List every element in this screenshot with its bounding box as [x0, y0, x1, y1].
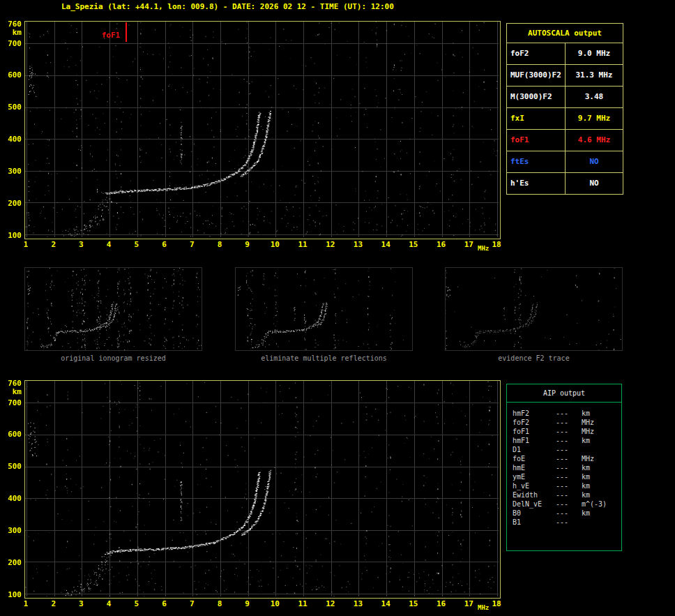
x-axis-tick: 10: [266, 599, 283, 608]
list-item: hmF1---km: [513, 436, 621, 445]
param-label: foF2: [507, 43, 566, 64]
x-axis-tick: 17: [460, 240, 477, 249]
ionogram-canvas-top: [25, 22, 499, 237]
aip-param-unit: [582, 445, 621, 454]
aip-param-name: h_vE: [513, 481, 556, 490]
x-axis-tick: 13: [349, 240, 366, 249]
aip-param-value: ---: [556, 409, 582, 418]
y-axis-tick: 400: [3, 494, 22, 503]
y-axis-unit: km: [3, 387, 22, 396]
x-axis-tick: 5: [128, 240, 145, 249]
aip-param-name: foF1: [513, 427, 556, 436]
y-axis-tick: 600: [3, 430, 22, 439]
list-item: B1---: [513, 518, 621, 527]
aip-param-value: ---: [556, 481, 582, 490]
x-axis-tick: 6: [156, 599, 173, 608]
aip-param-name: foF2: [513, 418, 556, 427]
aip-param-value: ---: [556, 499, 582, 509]
aip-output-panel: AIP output hmF2---km foF2---MHz foF1---M…: [506, 384, 622, 551]
x-axis-tick: 4: [100, 599, 117, 608]
param-label: h'Es: [507, 173, 566, 194]
list-item: h_vE---km: [513, 481, 621, 490]
thumbnail-original-ionogram: [24, 267, 202, 351]
x-axis-unit: MHz: [478, 604, 500, 611]
aip-param-name: D1: [513, 445, 556, 454]
aip-param-name: B1: [513, 518, 556, 527]
thumbnail-caption: evidence F2 trace: [445, 354, 623, 362]
x-axis-tick: 17: [460, 599, 477, 608]
y-axis-tick: 100: [3, 590, 22, 599]
aip-param-value: ---: [556, 445, 582, 454]
y-axis-tick: 200: [3, 199, 22, 208]
aip-param-name: Ewidth: [513, 490, 556, 499]
autoscala-output-table: AUTOSCALA output foF2 9.0 MHz MUF(3000)F…: [506, 23, 623, 195]
param-value: NO: [566, 173, 623, 194]
aip-panel-header: AIP output: [507, 384, 621, 403]
y-axis-tick: 700: [3, 39, 22, 48]
aip-param-name: foE: [513, 454, 556, 463]
x-axis-tick: 3: [73, 599, 89, 608]
table-row: fxI 9.7 MHz: [507, 108, 623, 130]
thumbnail-f2-trace: [445, 267, 623, 351]
aip-param-unit: MHz: [582, 427, 621, 436]
param-value: 3.48: [566, 87, 623, 107]
x-axis-tick: 9: [239, 240, 256, 249]
x-axis-tick: 15: [405, 240, 422, 249]
y-axis-tick: 300: [3, 526, 22, 535]
x-axis-tick: 10: [266, 240, 283, 249]
station-header: La_Spezia (lat: +44.1, lon: 009.8) - DAT…: [61, 2, 394, 11]
thumbnail-multiple-reflections: [235, 267, 413, 351]
list-item: D1---: [513, 445, 621, 454]
x-axis-tick: 14: [377, 240, 394, 249]
list-item: foF1---MHz: [513, 427, 621, 436]
aip-param-value: ---: [556, 427, 582, 436]
x-axis-tick: 7: [183, 240, 200, 249]
x-axis-tick: 7: [183, 599, 200, 608]
x-axis-tick: 8: [211, 599, 228, 608]
x-axis-tick: 4: [100, 240, 117, 249]
x-axis-tick: 11: [294, 240, 311, 249]
x-axis-unit: MHz: [478, 245, 500, 252]
y-axis-tick: 400: [3, 135, 22, 144]
aip-param-unit: m^(-3): [582, 499, 621, 509]
x-axis-tick: 5: [128, 599, 145, 608]
param-value: 4.6 MHz: [566, 130, 623, 151]
autoscala-table-header: AUTOSCALA output: [507, 24, 623, 43]
list-item: Ewidth---km: [513, 490, 621, 499]
thumbnail-caption: original ionogram resized: [24, 354, 202, 362]
param-label: fxI: [507, 108, 566, 129]
aip-param-value: ---: [556, 509, 582, 518]
list-item: hmE---km: [513, 463, 621, 472]
aip-param-unit: km: [582, 481, 621, 490]
x-axis-tick: 15: [405, 599, 422, 608]
aip-param-unit: km: [582, 436, 621, 445]
aip-param-value: ---: [556, 454, 582, 463]
fof1-marker-line: [126, 22, 127, 42]
aip-param-value: ---: [556, 490, 582, 499]
list-item: hmF2---km: [513, 409, 621, 418]
aip-param-name: B0: [513, 509, 556, 518]
table-row: foF1 4.6 MHz: [507, 130, 623, 151]
x-axis-tick: 11: [294, 599, 311, 608]
ionogram-plot-bottom: [24, 380, 501, 599]
list-item: ymE---km: [513, 472, 621, 481]
aip-param-value: ---: [556, 418, 582, 427]
table-row: foF2 9.0 MHz: [507, 43, 623, 65]
aip-param-name: hmE: [513, 463, 556, 472]
autoscala-window: La_Spezia (lat: +44.1, lon: 009.8) - DAT…: [0, 0, 675, 616]
x-axis-tick: 2: [45, 599, 62, 608]
table-row: h'Es NO: [507, 173, 623, 194]
table-row: ftEs NO: [507, 151, 623, 173]
aip-param-unit: MHz: [582, 454, 621, 463]
x-axis-tick: 3: [73, 240, 89, 249]
param-value: 31.3 MHz: [566, 65, 623, 86]
list-item: DelN_vE---m^(-3): [513, 499, 621, 509]
list-item: foE---MHz: [513, 454, 621, 463]
param-value: 9.0 MHz: [566, 43, 623, 64]
ionogram-plot-top: foF1: [24, 21, 501, 239]
aip-param-unit: [582, 518, 621, 527]
x-axis-tick: 14: [377, 599, 394, 608]
aip-param-name: hmF1: [513, 436, 556, 445]
aip-param-value: ---: [556, 463, 582, 472]
y-axis-tick: 200: [3, 558, 22, 567]
